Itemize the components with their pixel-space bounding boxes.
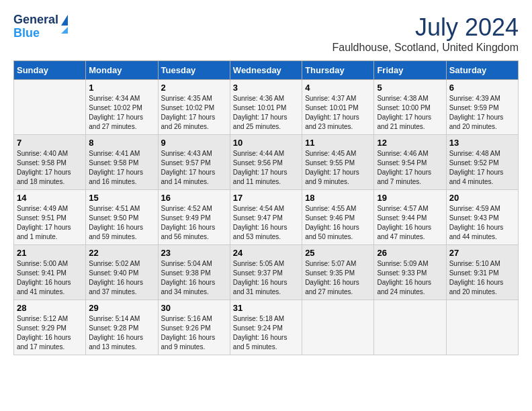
calendar-cell: 9Sunrise: 4:43 AMSunset: 9:57 PMDaylight… (158, 135, 230, 190)
logo: GeneralBlue (13, 13, 68, 40)
day-number: 3 (233, 83, 299, 93)
calendar-cell: 7Sunrise: 4:40 AMSunset: 9:58 PMDaylight… (14, 135, 86, 190)
day-number: 2 (161, 83, 227, 93)
calendar-cell: 11Sunrise: 4:45 AMSunset: 9:55 PMDayligh… (302, 135, 374, 190)
calendar-cell: 19Sunrise: 4:57 AMSunset: 9:44 PMDayligh… (374, 190, 446, 245)
day-number: 12 (377, 138, 443, 148)
cell-content: Sunrise: 4:54 AMSunset: 9:47 PMDaylight:… (233, 204, 299, 242)
day-header-tuesday: Tuesday (158, 61, 230, 80)
day-number: 18 (305, 193, 371, 203)
day-number: 14 (17, 193, 83, 203)
cell-content: Sunrise: 4:35 AMSunset: 10:02 PMDaylight… (161, 94, 227, 132)
calendar-cell: 27Sunrise: 5:10 AMSunset: 9:31 PMDayligh… (446, 245, 518, 300)
calendar-cell: 12Sunrise: 4:46 AMSunset: 9:54 PMDayligh… (374, 135, 446, 190)
day-header-thursday: Thursday (302, 61, 374, 80)
calendar-cell: 6Sunrise: 4:39 AMSunset: 9:59 PMDaylight… (446, 80, 518, 135)
calendar-week-row: 7Sunrise: 4:40 AMSunset: 9:58 PMDaylight… (14, 135, 519, 190)
day-number: 27 (449, 248, 515, 258)
calendar-cell: 20Sunrise: 4:59 AMSunset: 9:43 PMDayligh… (446, 190, 518, 245)
cell-content: Sunrise: 4:45 AMSunset: 9:55 PMDaylight:… (305, 149, 371, 187)
calendar-cell: 21Sunrise: 5:00 AMSunset: 9:41 PMDayligh… (14, 245, 86, 300)
location: Fauldhouse, Scotland, United Kingdom (332, 42, 519, 54)
calendar-cell: 17Sunrise: 4:54 AMSunset: 9:47 PMDayligh… (230, 190, 302, 245)
calendar-cell: 10Sunrise: 4:44 AMSunset: 9:56 PMDayligh… (230, 135, 302, 190)
day-number: 28 (17, 303, 83, 313)
calendar-cell: 3Sunrise: 4:36 AMSunset: 10:01 PMDayligh… (230, 80, 302, 135)
calendar-cell (302, 300, 374, 355)
day-number: 31 (233, 303, 299, 313)
calendar-table: SundayMondayTuesdayWednesdayThursdayFrid… (13, 60, 519, 355)
day-number: 22 (89, 248, 154, 258)
day-number: 25 (305, 248, 371, 258)
calendar-week-row: 28Sunrise: 5:12 AMSunset: 9:29 PMDayligh… (14, 300, 519, 355)
calendar-cell: 28Sunrise: 5:12 AMSunset: 9:29 PMDayligh… (14, 300, 86, 355)
day-number: 23 (161, 248, 227, 258)
title-block: July 2024 Fauldhouse, Scotland, United K… (332, 13, 519, 54)
page-header: GeneralBlue July 2024 Fauldhouse, Scotla… (13, 13, 519, 54)
cell-content: Sunrise: 4:48 AMSunset: 9:52 PMDaylight:… (449, 149, 515, 187)
calendar-cell (14, 80, 86, 135)
day-number: 21 (17, 248, 83, 258)
cell-content: Sunrise: 5:02 AMSunset: 9:40 PMDaylight:… (89, 259, 154, 297)
cell-content: Sunrise: 4:51 AMSunset: 9:50 PMDaylight:… (89, 204, 154, 242)
cell-content: Sunrise: 5:18 AMSunset: 9:24 PMDaylight:… (233, 314, 299, 352)
cell-content: Sunrise: 4:49 AMSunset: 9:51 PMDaylight:… (17, 204, 83, 242)
calendar-cell: 31Sunrise: 5:18 AMSunset: 9:24 PMDayligh… (230, 300, 302, 355)
cell-content: Sunrise: 5:05 AMSunset: 9:37 PMDaylight:… (233, 259, 299, 297)
day-header-saturday: Saturday (446, 61, 518, 80)
cell-content: Sunrise: 4:39 AMSunset: 9:59 PMDaylight:… (449, 94, 515, 132)
cell-content: Sunrise: 4:46 AMSunset: 9:54 PMDaylight:… (377, 149, 443, 187)
calendar-cell (446, 300, 518, 355)
cell-content: Sunrise: 4:59 AMSunset: 9:43 PMDaylight:… (449, 204, 515, 242)
cell-content: Sunrise: 5:12 AMSunset: 9:29 PMDaylight:… (17, 314, 83, 352)
day-header-wednesday: Wednesday (230, 61, 302, 80)
day-number: 16 (161, 193, 227, 203)
calendar-cell: 18Sunrise: 4:55 AMSunset: 9:46 PMDayligh… (302, 190, 374, 245)
day-number: 15 (89, 193, 154, 203)
calendar-cell (374, 300, 446, 355)
day-number: 11 (305, 138, 371, 148)
cell-content: Sunrise: 4:37 AMSunset: 10:01 PMDaylight… (305, 94, 371, 132)
day-number: 7 (17, 138, 83, 148)
day-number: 26 (377, 248, 443, 258)
day-number: 10 (233, 138, 299, 148)
calendar-week-row: 1Sunrise: 4:34 AMSunset: 10:02 PMDayligh… (14, 80, 519, 135)
cell-content: Sunrise: 5:09 AMSunset: 9:33 PMDaylight:… (377, 259, 443, 297)
day-header-friday: Friday (374, 61, 446, 80)
cell-content: Sunrise: 4:57 AMSunset: 9:44 PMDaylight:… (377, 204, 443, 242)
cell-content: Sunrise: 4:38 AMSunset: 10:00 PMDaylight… (377, 94, 443, 132)
calendar-cell: 5Sunrise: 4:38 AMSunset: 10:00 PMDayligh… (374, 80, 446, 135)
day-number: 5 (377, 83, 443, 93)
cell-content: Sunrise: 5:04 AMSunset: 9:38 PMDaylight:… (161, 259, 227, 297)
calendar-cell: 26Sunrise: 5:09 AMSunset: 9:33 PMDayligh… (374, 245, 446, 300)
day-number: 8 (89, 138, 154, 148)
cell-content: Sunrise: 4:55 AMSunset: 9:46 PMDaylight:… (305, 204, 371, 242)
calendar-body: 1Sunrise: 4:34 AMSunset: 10:02 PMDayligh… (14, 80, 519, 355)
calendar-cell: 24Sunrise: 5:05 AMSunset: 9:37 PMDayligh… (230, 245, 302, 300)
day-number: 9 (161, 138, 227, 148)
calendar-cell: 4Sunrise: 4:37 AMSunset: 10:01 PMDayligh… (302, 80, 374, 135)
day-number: 24 (233, 248, 299, 258)
calendar-cell: 23Sunrise: 5:04 AMSunset: 9:38 PMDayligh… (158, 245, 230, 300)
day-number: 19 (377, 193, 443, 203)
calendar-cell: 22Sunrise: 5:02 AMSunset: 9:40 PMDayligh… (86, 245, 158, 300)
calendar-cell: 14Sunrise: 4:49 AMSunset: 9:51 PMDayligh… (14, 190, 86, 245)
day-header-monday: Monday (86, 61, 158, 80)
calendar-cell: 2Sunrise: 4:35 AMSunset: 10:02 PMDayligh… (158, 80, 230, 135)
day-number: 17 (233, 193, 299, 203)
day-number: 4 (305, 83, 371, 93)
logo-text: GeneralBlue (13, 13, 58, 40)
cell-content: Sunrise: 5:14 AMSunset: 9:28 PMDaylight:… (89, 314, 154, 352)
calendar-cell: 25Sunrise: 5:07 AMSunset: 9:35 PMDayligh… (302, 245, 374, 300)
cell-content: Sunrise: 5:16 AMSunset: 9:26 PMDaylight:… (161, 314, 227, 352)
day-number: 30 (161, 303, 227, 313)
cell-content: Sunrise: 5:00 AMSunset: 9:41 PMDaylight:… (17, 259, 83, 297)
calendar-cell: 29Sunrise: 5:14 AMSunset: 9:28 PMDayligh… (86, 300, 158, 355)
day-number: 1 (89, 83, 154, 93)
day-number: 6 (449, 83, 515, 93)
cell-content: Sunrise: 4:36 AMSunset: 10:01 PMDaylight… (233, 94, 299, 132)
day-header-sunday: Sunday (14, 61, 86, 80)
calendar-week-row: 21Sunrise: 5:00 AMSunset: 9:41 PMDayligh… (14, 245, 519, 300)
calendar-header-row: SundayMondayTuesdayWednesdayThursdayFrid… (14, 61, 519, 80)
cell-content: Sunrise: 5:10 AMSunset: 9:31 PMDaylight:… (449, 259, 515, 297)
